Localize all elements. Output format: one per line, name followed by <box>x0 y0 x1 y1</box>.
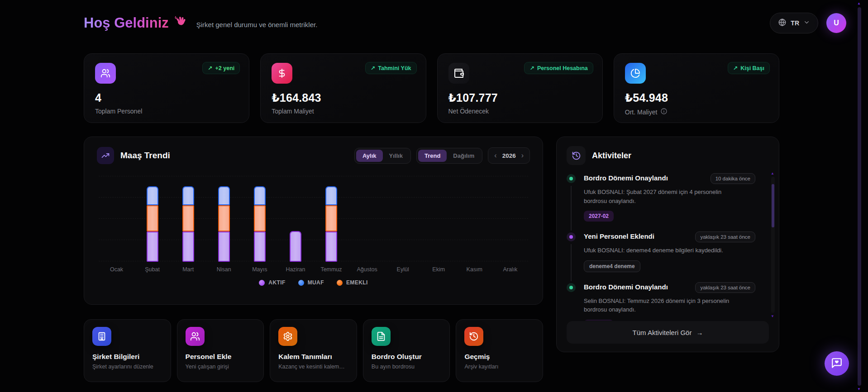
activity-item[interactable]: Yeni Personel Eklendiyaklaşık 23 saat ön… <box>567 231 755 272</box>
bar-mart[interactable] <box>170 176 206 262</box>
bar-mayıs[interactable] <box>242 176 277 262</box>
action-card-bordro-olustur[interactable]: Bordro OluşturBu ayın bordrosu <box>363 319 450 382</box>
timeline-line <box>571 186 572 231</box>
timeline-line <box>571 244 572 281</box>
activities-title: Aktiviteler <box>592 151 631 161</box>
action-title: Kalem Tanımları <box>278 353 348 361</box>
file-text-icon <box>372 327 391 346</box>
activity-title: Bordro Dönemi Onaylandı <box>584 173 668 182</box>
action-subtitle: Kazanç ve kesinti kalem… <box>278 364 348 370</box>
x-tick-ağustos: Ağustos <box>349 266 385 273</box>
stat-badge: ↗+2 yeni <box>202 62 240 74</box>
chart-controls: Aylık Yıllık Trend Dağılım ‹ 2026 › <box>354 147 530 164</box>
bar-aralık[interactable] <box>492 176 528 262</box>
chevron-down-icon <box>803 19 810 27</box>
next-year-button[interactable]: › <box>521 152 524 159</box>
scroll-up-arrow[interactable]: ▲ <box>771 171 774 175</box>
page-scroll-up-arrow[interactable]: ▲ <box>857 1 861 5</box>
action-card-sirket-bilgileri[interactable]: Şirket BilgileriŞirket ayarlarını düzenl… <box>84 319 171 382</box>
left-column: Maaş Trendi Aylık Yıllık Trend Dağılım <box>84 137 543 382</box>
stat-label-text: Ort. Maliyet <box>625 109 658 116</box>
bar-eylül[interactable] <box>385 176 421 262</box>
bar-şubat[interactable] <box>134 176 170 262</box>
bar-temmuz[interactable] <box>313 176 349 262</box>
stat-label-text: Toplam Personel <box>95 108 142 115</box>
activity-description: Ufuk BOSNALI: deneme4 deneme bilgileri k… <box>584 246 738 255</box>
stat-badge-label: Personel Hesabına <box>537 65 588 71</box>
bar-segment-muaf <box>147 186 158 205</box>
bar-ekim[interactable] <box>421 176 457 262</box>
action-card-personel-ekle[interactable]: Personel EkleYeni çalışan girişi <box>177 319 264 382</box>
bar-kasım[interactable] <box>457 176 492 262</box>
activity-item[interactable]: Bordro Dönemi Onaylandı10 dakika önceUfu… <box>567 173 755 222</box>
bar-segment-aktif <box>147 231 158 262</box>
toggle-yearly[interactable]: Yıllık <box>383 150 409 162</box>
pie-chart-icon <box>625 63 646 84</box>
chart-header: Maaş Trendi Aylık Yıllık Trend Dağılım <box>97 147 530 164</box>
toggle-distribution[interactable]: Dağılım <box>447 150 481 162</box>
bar-segment-emekli <box>182 205 194 231</box>
stat-value: ₺164.843 <box>272 91 415 104</box>
activity-tag: 2026-07 <box>584 320 614 321</box>
page-scrollbar-thumb[interactable] <box>858 7 861 386</box>
history-icon <box>567 146 586 165</box>
scroll-down-arrow[interactable]: ▼ <box>771 314 774 318</box>
toggle-monthly[interactable]: Aylık <box>356 150 383 162</box>
action-subtitle: Bu ayın bordrosu <box>372 364 442 370</box>
x-tick-temmuz: Temmuz <box>313 266 349 273</box>
stat-badge-label: Tahmini Yük <box>378 65 411 71</box>
action-title: Personel Ekle <box>186 353 256 361</box>
x-tick-nisan: Nisan <box>206 266 242 273</box>
globe-icon <box>778 18 787 28</box>
stat-value: 4 <box>95 91 238 104</box>
stat-label-text: Net Ödenecek <box>448 108 489 115</box>
info-icon[interactable] <box>660 108 668 116</box>
legend-item-aktif[interactable]: AKTIF <box>259 279 285 286</box>
action-card-gecmis[interactable]: GeçmişArşiv kayıtları <box>456 319 543 382</box>
action-title: Bordro Oluştur <box>372 353 442 361</box>
activities-scrollbar-thumb[interactable] <box>772 184 774 227</box>
view-all-activities-button[interactable]: Tüm Aktiviteleri Gör → <box>567 321 769 344</box>
legend-label: MUAF <box>308 279 324 286</box>
activity-description: Ufuk BOSNALI: Şubat 2027 dönemi için 4 p… <box>584 188 738 205</box>
page-header: Hoş Geldiniz Şirket genel durumu ve önem… <box>84 10 846 36</box>
action-title: Geçmiş <box>464 353 534 361</box>
feedback-chat-button[interactable] <box>825 351 849 376</box>
avatar[interactable]: U <box>826 13 846 33</box>
bar-ağustos[interactable] <box>349 176 385 262</box>
activities-scrollbar[interactable]: ▲ ▼ <box>771 177 775 313</box>
activity-item[interactable]: Bordro Dönemi Onaylandıyaklaşık 23 saat … <box>567 282 755 321</box>
toggle-trend[interactable]: Trend <box>418 150 447 162</box>
header-actions: TR U <box>770 13 846 33</box>
wallet-icon <box>448 63 469 84</box>
stat-badge: ↗Tahmini Yük <box>365 62 417 74</box>
page-scroll-down-arrow[interactable]: ▼ <box>857 387 861 391</box>
activity-time-badge: yaklaşık 23 saat önce <box>695 231 755 242</box>
users-icon <box>95 63 116 84</box>
bar-haziran[interactable] <box>277 176 313 262</box>
arrow-up-right-icon: ↗ <box>371 65 375 71</box>
language-selector[interactable]: TR <box>770 13 818 33</box>
mid-row: Maaş Trendi Aylık Yıllık Trend Dağılım <box>84 137 779 382</box>
activity-row: Bordro Dönemi Onaylandı10 dakika önce <box>584 173 755 184</box>
legend-item-emekli[interactable]: EMEKLI <box>337 279 368 286</box>
bar-segment-aktif <box>182 231 194 262</box>
bar-ocak[interactable] <box>99 176 134 262</box>
page-scrollbar[interactable]: ▲ ▼ <box>857 0 862 392</box>
legend-label: AKTIF <box>268 279 285 286</box>
x-tick-ekim: Ekim <box>421 266 457 273</box>
bar-nisan[interactable] <box>206 176 242 262</box>
history-icon <box>464 327 483 346</box>
action-card-kalem-tanimlari[interactable]: Kalem TanımlarıKazanç ve kesinti kalem… <box>270 319 357 382</box>
stat-label: Net Ödenecek <box>448 108 591 115</box>
x-tick-haziran: Haziran <box>277 266 313 273</box>
legend-item-muaf[interactable]: MUAF <box>298 279 324 286</box>
prev-year-button[interactable]: ‹ <box>494 152 496 159</box>
bar-segment-emekli <box>325 205 337 231</box>
activity-row: Bordro Dönemi Onaylandıyaklaşık 23 saat … <box>584 282 755 293</box>
stat-badge: ↗Kişi Başı <box>728 62 770 74</box>
language-code: TR <box>791 19 799 27</box>
x-tick-şubat: Şubat <box>134 266 170 273</box>
bar-segment-muaf <box>325 186 337 205</box>
x-tick-mayıs: Mayıs <box>242 266 277 273</box>
